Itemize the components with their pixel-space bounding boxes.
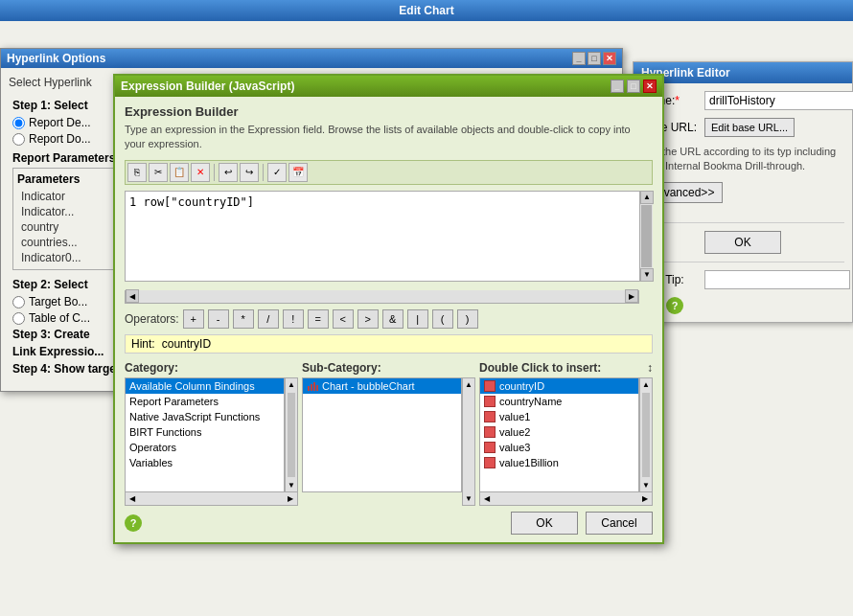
scroll-up-arrow[interactable]: ▲ [640, 191, 654, 204]
delete-tool-btn[interactable]: ✕ [191, 163, 210, 182]
target-bo-radio[interactable] [12, 296, 25, 308]
editor-ok-button[interactable]: OK [704, 231, 781, 254]
validate-tool-btn[interactable]: ✓ [267, 163, 287, 182]
close-button[interactable]: ✕ [603, 52, 616, 65]
titlebar-buttons: _ □ ✕ [572, 52, 616, 65]
op-divide[interactable]: / [258, 309, 279, 329]
category-item-report-params[interactable]: Report Parameters [126, 394, 284, 409]
subcat-scroll-thumb[interactable] [463, 391, 474, 492]
subcat-scroll-down[interactable]: ▼ [463, 492, 474, 505]
hyperlink-editor-panel: Hyperlink Editor Name: Base URL: Edit ba… [633, 61, 853, 323]
report-do-label: Report Do... [29, 132, 91, 146]
panel-divider [641, 222, 844, 223]
expression-builder-title: Expression Builder (JavaScript) [121, 80, 294, 93]
hyperlink-options-titlebar[interactable]: Hyperlink Options _ □ ✕ [1, 49, 622, 68]
op-not[interactable]: ! [283, 309, 304, 329]
edit-base-url-button[interactable]: Edit base URL... [704, 118, 795, 137]
expr-close-btn[interactable]: ✕ [643, 80, 657, 93]
op-minus[interactable]: - [208, 309, 229, 329]
expression-builder-dialog: Expression Builder (JavaScript) _ □ ✕ Ex… [113, 74, 664, 544]
op-equals[interactable]: = [308, 309, 329, 329]
cut-tool-btn[interactable]: ✂ [149, 163, 168, 182]
report-do-radio[interactable] [12, 133, 25, 146]
insert-item-country-name[interactable]: countryName [480, 394, 638, 409]
category-item-native-js[interactable]: Native JavaScript Functions [126, 409, 284, 424]
field-icon-2 [484, 396, 496, 407]
scroll-down-arrow[interactable]: ▼ [640, 268, 654, 282]
insert-scrollbar[interactable]: ▲ ▼ [639, 377, 653, 492]
insert-item-value1billion[interactable]: value1Billion [480, 455, 638, 470]
subcategory-scrollbar[interactable]: ▲ ▼ [462, 377, 475, 506]
undo-tool-btn[interactable]: ↩ [219, 163, 238, 182]
expr-help-button[interactable]: ? [125, 514, 142, 532]
op-multiply[interactable]: * [233, 309, 254, 329]
insert-item-value2[interactable]: value2 [480, 424, 638, 440]
cat-scroll-right[interactable]: ▶ [284, 494, 297, 503]
report-de-radio[interactable] [12, 117, 25, 129]
op-plus[interactable]: + [183, 309, 204, 329]
editor-description: Edit the URL according to its typ includ… [641, 145, 844, 174]
op-greater[interactable]: > [357, 309, 379, 329]
cat-scroll-left[interactable]: ◀ [126, 494, 139, 503]
expr-maximize-btn[interactable]: □ [627, 80, 640, 93]
insert-scroll-up[interactable]: ▲ [640, 378, 652, 391]
category-item-operators[interactable]: Operators [126, 440, 284, 455]
category-list: Available Column Bindings Report Paramet… [125, 377, 285, 492]
panel-help-icon[interactable]: ? [666, 297, 683, 314]
tooltip-row: Tool Tip: [641, 270, 844, 289]
paste-tool-btn[interactable]: 📋 [170, 163, 189, 182]
expr-vertical-scrollbar[interactable]: ▲ ▼ [639, 191, 653, 282]
hyperlink-editor-titlebar: Hyperlink Editor [634, 62, 852, 83]
subcategory-header: Sub-Category: [302, 361, 475, 375]
cat-h-scroll[interactable]: ◀ ▶ [125, 492, 298, 506]
svg-rect-0 [308, 386, 310, 391]
op-less[interactable]: < [333, 309, 354, 329]
expression-builder-titlebar[interactable]: Expression Builder (JavaScript) _ □ ✕ [115, 76, 662, 97]
insert-scroll-right[interactable]: ▶ [638, 494, 652, 503]
insert-scroll-thumb[interactable] [642, 393, 650, 477]
target-bo-label: Target Bo... [29, 295, 87, 308]
scroll-thumb[interactable] [641, 205, 652, 267]
calendar-tool-btn[interactable]: 📅 [288, 163, 308, 182]
op-open-paren[interactable]: ( [432, 309, 453, 329]
category-header: Category: [125, 361, 298, 375]
field-icon-3 [484, 411, 496, 422]
columns-row: Category: Available Column Bindings Repo… [125, 361, 653, 506]
op-pipe[interactable]: | [407, 309, 428, 329]
table-c-radio[interactable] [12, 312, 25, 325]
op-and[interactable]: & [382, 309, 403, 329]
expression-input[interactable]: 1 row["countryID"] [125, 191, 653, 282]
cat-scroll-up[interactable]: ▲ [286, 378, 297, 391]
op-close-paren[interactable]: ) [457, 309, 478, 329]
category-item-column-bindings[interactable]: Available Column Bindings [126, 378, 284, 394]
tooltip-input[interactable] [704, 270, 850, 289]
redo-tool-btn[interactable]: ↪ [240, 163, 259, 182]
insert-scroll-left[interactable]: ◀ [480, 494, 494, 503]
insert-list: countryID countryName value1 [479, 377, 639, 492]
category-scrollbar[interactable]: ▲ ▼ [285, 377, 298, 492]
insert-item-value1[interactable]: value1 [480, 409, 638, 424]
insert-item-country-id[interactable]: countryID [480, 378, 638, 394]
expr-ok-button[interactable]: OK [511, 512, 578, 535]
insert-scroll-down[interactable]: ▼ [640, 479, 652, 491]
category-item-birt[interactable]: BIRT Functions [126, 424, 284, 440]
expression-builder-body: Expression Builder Type an expression in… [115, 97, 662, 542]
insert-item-value3[interactable]: value3 [480, 440, 638, 455]
expr-cancel-button[interactable]: Cancel [586, 512, 653, 535]
cat-scroll-down[interactable]: ▼ [286, 479, 297, 491]
scroll-right-arrow[interactable]: ▶ [625, 289, 638, 303]
maximize-button[interactable]: □ [588, 52, 601, 65]
subcategory-item-bubble[interactable]: Chart - bubbleChart [303, 378, 461, 394]
name-field-input[interactable] [704, 91, 853, 110]
copy-tool-btn[interactable]: ⎘ [127, 163, 147, 182]
cat-scroll-thumb[interactable] [288, 393, 295, 477]
scroll-left-arrow[interactable]: ◀ [126, 289, 139, 303]
expression-input-container: 1 row["countryID"] ▲ ▼ ◀ ▶ [125, 191, 653, 304]
category-item-variables[interactable]: Variables [126, 455, 284, 470]
minimize-button[interactable]: _ [572, 52, 586, 65]
sort-icon[interactable]: ↕ [647, 361, 653, 375]
expr-horizontal-scrollbar[interactable]: ◀ ▶ [125, 290, 639, 304]
subcat-scroll-up[interactable]: ▲ [463, 378, 474, 391]
expr-minimize-btn[interactable]: _ [611, 80, 624, 93]
insert-h-scroll[interactable]: ◀ ▶ [479, 492, 653, 506]
